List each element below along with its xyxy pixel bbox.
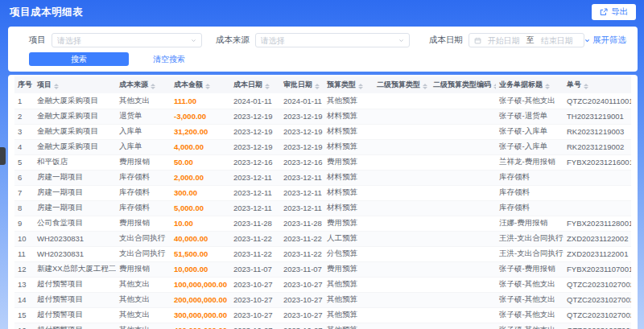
cell-sub_budget_code [430,109,496,124]
cell-approval_date: 2023-10-27 [280,307,324,323]
clear-search-button[interactable]: 清空搜索 [153,54,185,65]
sort-icon[interactable] [54,84,59,89]
column-header-amount[interactable]: 成本金额 [171,76,230,93]
column-header-sub_budget_type[interactable]: 二级预算类型 [374,76,430,93]
table-row[interactable]: 10WH20230831支出合同执行40,000.002023-11-22202… [14,231,631,246]
table-row[interactable]: 14超付预警项目其他支出200,000,000.002023-10-272023… [14,292,631,307]
sort-icon[interactable] [584,84,588,89]
cell-budget_type: 材料预算 [324,109,374,124]
start-date-input[interactable] [483,36,525,45]
table-row[interactable]: 11WH20230831支出合同执行51,500.002023-11-22202… [14,246,631,261]
table-row[interactable]: 16超付预警项目其他支出400,000,000.002023-10-272023… [14,323,631,329]
column-header-budget_type[interactable]: 预算类型 [324,76,374,93]
cell-cost_date: 2024-01-11 [230,93,280,109]
table-row[interactable]: 4金融大厦采购项目入库单4,000.002023-12-192023-12-19… [14,139,631,154]
column-header-approval_date[interactable]: 审批日期 [280,76,324,93]
cell-sub_budget_type [374,185,430,200]
table-row[interactable]: 2金融大厦采购项目退货单-3,000.002023-12-192023-12-1… [14,109,631,124]
cell-cost_date: 2023-10-27 [230,323,280,329]
table-row[interactable]: 15超付预警项目其他支出300,000,000.002023-10-272023… [14,307,631,323]
cell-source: 支出合同执行 [116,246,171,261]
table-row[interactable]: 6房建一期项目库存领料2,000.002023-12-112023-12-11材… [14,170,631,185]
project-select-input[interactable] [57,36,191,45]
cell-sub_budget_code [430,246,496,261]
column-header-project[interactable]: 项目 [34,76,116,93]
table-row[interactable]: 12新建XX总部大厦工程二期费用报销10,000.002023-11-07202… [14,261,631,277]
cell-sub_budget_type [374,216,430,231]
search-button[interactable]: 搜索 [29,52,129,66]
chevron-down-icon [584,38,590,43]
cell-amount: 10.00 [171,216,230,231]
column-label: 业务单据标题 [499,80,543,88]
cell-amount: 300.00 [171,185,230,200]
end-date-input[interactable] [536,36,578,45]
column-header-cost_date[interactable]: 成本日期 [230,76,280,93]
cell-sub_budget_type [374,246,430,261]
cell-cost_date: 2023-12-19 [230,139,280,154]
cell-doc_no: QTZC20231027002 [564,307,631,323]
cell-doc_no: QTZC20231027002 [564,277,631,292]
table-row[interactable]: 8房建一期项目库存领料5,000.002023-12-112023-12-11材… [14,200,631,216]
sort-icon[interactable] [151,84,155,89]
cell-amount: 100,000,000.00 [171,277,230,292]
cell-doc_title: 张子硕-其他支出 [496,277,564,292]
project-select[interactable] [52,33,202,47]
cell-budget_type: 其他预算 [324,93,374,109]
column-header-doc_title[interactable]: 业务单据标题 [496,76,564,93]
cost-source-select-input[interactable] [261,36,398,45]
cost-source-filter-label: 成本来源 [216,35,250,46]
table-row[interactable]: 13超付预警项目其他支出100,000,000.002023-10-272023… [14,277,631,292]
column-header-doc_no[interactable]: 单号 [564,76,631,93]
cell-doc_no: TH20231219001 [564,109,631,124]
column-header-sub_budget_code[interactable]: 二级预算类型编码 [430,76,496,93]
cell-budget_type: 分包预算 [324,246,374,261]
sort-icon[interactable] [315,84,320,89]
expand-filters-link[interactable]: 展开筛选 [584,35,626,46]
cell-source: 费用报销 [116,216,171,231]
sort-icon[interactable] [265,84,270,89]
table-row[interactable]: 5和平饭店费用报销50.002023-12-162023-12-16费用预算兰祥… [14,154,631,170]
table-row[interactable]: 9公司食堂项目费用报销10.002023-11-282023-11-28费用预算… [14,216,631,231]
cell-doc_title: 库存领料 [496,200,564,216]
cell-sub_budget_type [374,124,430,139]
cell-doc_no [564,170,631,185]
cell-project: 房建一期项目 [34,170,116,185]
cell-sub_budget_type [374,170,430,185]
cell-no: 13 [14,277,34,292]
cell-budget_type: 人工预算 [324,231,374,246]
filter-row: 项目 成本来源 成本日期 至 展开筛选 [29,33,626,47]
table-row[interactable]: 1金融大厦采购项目其他支出111.002024-01-112024-01-11其… [14,93,631,109]
cell-doc_no: FYBX20231128001 [564,216,631,231]
column-label: 项目 [37,80,52,88]
cell-sub_budget_code [430,307,496,323]
cell-sub_budget_type [374,139,430,154]
table-body: 1金融大厦采购项目其他支出111.002024-01-112024-01-11其… [14,93,631,329]
export-button[interactable]: 导出 [592,4,636,20]
cell-sub_budget_type [374,154,430,170]
cost-source-select[interactable] [255,33,410,47]
cell-amount: 111.00 [171,93,230,109]
cell-doc_no: FYBX20231216001 [564,154,631,170]
cell-no: 16 [14,323,34,329]
cell-project: 金融大厦采购项目 [34,93,116,109]
side-handle[interactable] [0,147,6,165]
column-header-source[interactable]: 成本来源 [116,76,171,93]
cell-doc_no [564,200,631,216]
sort-icon[interactable] [423,84,427,89]
cell-cost_date: 2023-10-27 [230,307,280,323]
sort-icon[interactable] [545,84,550,89]
sort-icon[interactable] [493,84,496,89]
sort-icon[interactable] [358,84,363,89]
cell-source: 库存领料 [116,185,171,200]
cell-sub_budget_code [430,261,496,277]
cell-amount: 50.00 [171,154,230,170]
table-row[interactable]: 7房建一期项目库存领料300.002023-12-112023-12-11材料预… [14,185,631,200]
cell-approval_date: 2023-11-22 [280,231,324,246]
filter-actions-row: 搜索 清空搜索 [29,52,626,66]
cell-no: 1 [14,93,34,109]
cell-sub_budget_code [430,93,496,109]
cell-sub_budget_type [374,231,430,246]
sort-icon[interactable] [205,84,210,89]
cost-date-range-picker[interactable]: 至 [469,33,584,47]
table-row[interactable]: 3金融大厦采购项目入库单31,200.002023-12-192023-12-1… [14,124,631,139]
